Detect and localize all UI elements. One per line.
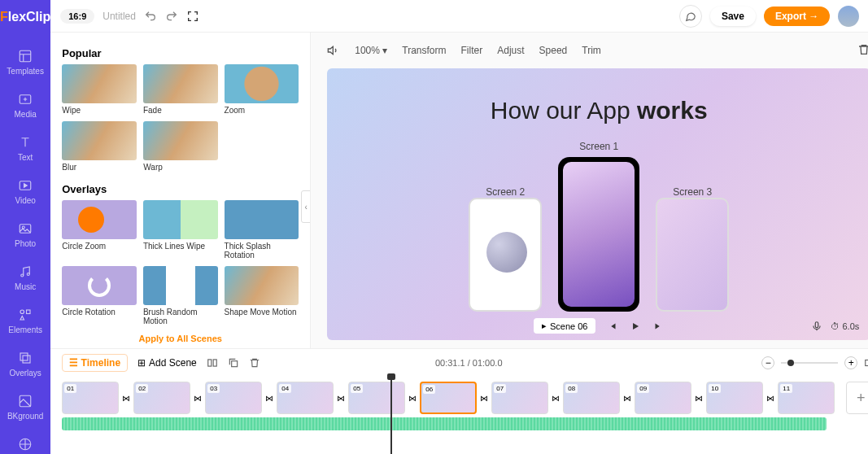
- logo: FlexClip: [0, 10, 50, 24]
- tb-filter[interactable]: Filter: [461, 45, 483, 56]
- screen2-label: Screen 2: [469, 186, 542, 198]
- fullscreen-icon[interactable]: [186, 10, 199, 23]
- avatar[interactable]: [838, 6, 859, 27]
- svg-rect-0: [20, 50, 31, 62]
- svg-point-6: [27, 273, 29, 276]
- aspect-ratio[interactable]: 16:9: [60, 9, 94, 24]
- fit-icon[interactable]: [864, 357, 868, 369]
- duration-label[interactable]: ⏱ 6.0s: [831, 321, 859, 331]
- apply-all-link[interactable]: Apply to All Scenes: [62, 334, 299, 343]
- nav-branding[interactable]: Branding: [0, 429, 50, 454]
- redo-icon[interactable]: [165, 10, 178, 23]
- collapse-panel[interactable]: ‹: [301, 190, 311, 223]
- tb-transform[interactable]: Transform: [402, 45, 446, 56]
- nav-video[interactable]: Video: [0, 170, 50, 213]
- trash-icon[interactable]: [249, 357, 260, 369]
- clip-09[interactable]: 09: [635, 382, 691, 414]
- undo-icon[interactable]: [144, 10, 157, 23]
- svg-rect-16: [231, 361, 237, 367]
- nav-templates[interactable]: Templates: [0, 41, 50, 84]
- doc-title[interactable]: Untitled: [103, 11, 136, 22]
- transition-handle[interactable]: ⋈: [480, 394, 488, 403]
- svg-rect-15: [213, 360, 216, 366]
- clip-05[interactable]: 05: [348, 382, 405, 414]
- zoom-in-icon[interactable]: +: [844, 356, 857, 369]
- nav-text[interactable]: Text: [0, 127, 50, 170]
- screen3-label: Screen 3: [656, 186, 729, 198]
- add-scene-button[interactable]: ⊞ Add Scene: [137, 357, 197, 369]
- clip-11[interactable]: 11: [778, 382, 835, 414]
- clip-04[interactable]: 04: [277, 382, 334, 414]
- scene-indicator[interactable]: ▸ Scene 06: [534, 318, 595, 334]
- transition-handle[interactable]: ⋈: [408, 394, 417, 403]
- delete-icon[interactable]: [857, 43, 868, 56]
- transition-handle[interactable]: ⋈: [766, 394, 774, 403]
- overlay-circle-rotation[interactable]: Circle Rotation: [62, 266, 137, 325]
- clip-07[interactable]: 07: [491, 382, 548, 414]
- transition-handle[interactable]: ⋈: [552, 394, 560, 403]
- play-icon[interactable]: [630, 321, 641, 332]
- export-button[interactable]: Export →: [764, 7, 830, 26]
- svg-rect-8: [27, 310, 31, 314]
- transition-handle[interactable]: ⋈: [695, 394, 703, 403]
- transition-handle[interactable]: ⋈: [337, 394, 345, 403]
- chat-icon[interactable]: [679, 5, 702, 28]
- transition-handle[interactable]: ⋈: [194, 394, 202, 403]
- nav-media[interactable]: Media: [0, 84, 50, 127]
- add-clip-button[interactable]: +: [846, 382, 868, 414]
- tb-adjust[interactable]: Adjust: [497, 45, 524, 56]
- transition-warp[interactable]: Warp: [143, 121, 218, 172]
- clip-06[interactable]: 06: [420, 382, 477, 414]
- clip-03[interactable]: 03: [205, 382, 262, 414]
- nav-photo[interactable]: Photo: [0, 213, 50, 256]
- nav-overlays[interactable]: Overlays: [0, 343, 50, 386]
- copy-icon[interactable]: [228, 357, 239, 369]
- transition-handle[interactable]: ⋈: [623, 394, 631, 403]
- section-overlays: Overlays: [62, 183, 299, 195]
- prev-icon[interactable]: [607, 321, 618, 332]
- clip-02[interactable]: 02: [133, 382, 190, 414]
- svg-rect-9: [20, 353, 28, 360]
- transition-fade[interactable]: Fade: [143, 64, 218, 115]
- volume-icon[interactable]: [327, 44, 340, 57]
- preview-canvas[interactable]: How our App works Screen 1 Screen 2 Scre…: [327, 68, 868, 340]
- save-button[interactable]: Save: [710, 7, 756, 26]
- tb-trim[interactable]: Trim: [582, 45, 601, 56]
- clip-01[interactable]: 01: [62, 382, 119, 414]
- mic-icon[interactable]: [811, 321, 822, 332]
- svg-rect-13: [816, 322, 819, 328]
- svg-rect-10: [23, 356, 30, 363]
- tb-speed[interactable]: Speed: [539, 45, 568, 56]
- svg-point-7: [20, 310, 24, 314]
- zoom-select[interactable]: 100% ▾: [355, 45, 387, 56]
- nav-music[interactable]: Music: [0, 256, 50, 299]
- split-icon[interactable]: [207, 357, 218, 369]
- overlay-shape-move[interactable]: Shape Move Motion: [225, 266, 299, 325]
- transition-handle[interactable]: ⋈: [265, 394, 273, 403]
- nav-bkground[interactable]: BKground: [0, 386, 50, 429]
- overlay-thick-lines[interactable]: Thick Lines Wipe: [143, 200, 218, 260]
- svg-point-5: [21, 274, 24, 277]
- preview-title: How our App works: [491, 97, 708, 124]
- transition-zoom[interactable]: Zoom: [225, 64, 299, 115]
- clip-10[interactable]: 10: [706, 382, 763, 414]
- overlay-circle-zoom[interactable]: Circle Zoom: [62, 200, 137, 260]
- timeline-tab[interactable]: ☰ Timeline: [62, 354, 128, 372]
- svg-rect-14: [208, 360, 212, 366]
- next-icon[interactable]: [652, 321, 664, 332]
- timeline-time: 00:31.1 / 01:00.0: [435, 358, 503, 368]
- phone-main: [558, 157, 639, 312]
- overlay-brush-random[interactable]: Brush Random Motion: [143, 266, 218, 325]
- section-popular: Popular: [62, 47, 299, 59]
- transition-handle[interactable]: ⋈: [122, 394, 130, 403]
- audio-wave[interactable]: [62, 417, 827, 430]
- screen1-label: Screen 1: [579, 141, 618, 152]
- playhead[interactable]: [390, 377, 392, 454]
- nav-elements[interactable]: Elements: [0, 299, 50, 343]
- transition-wipe[interactable]: Wipe: [62, 64, 137, 115]
- clip-08[interactable]: 08: [563, 382, 620, 414]
- overlay-thick-splash[interactable]: Thick Splash Rotation: [225, 200, 299, 260]
- transition-blur[interactable]: Blur: [62, 121, 137, 172]
- zoom-out-icon[interactable]: −: [761, 356, 774, 369]
